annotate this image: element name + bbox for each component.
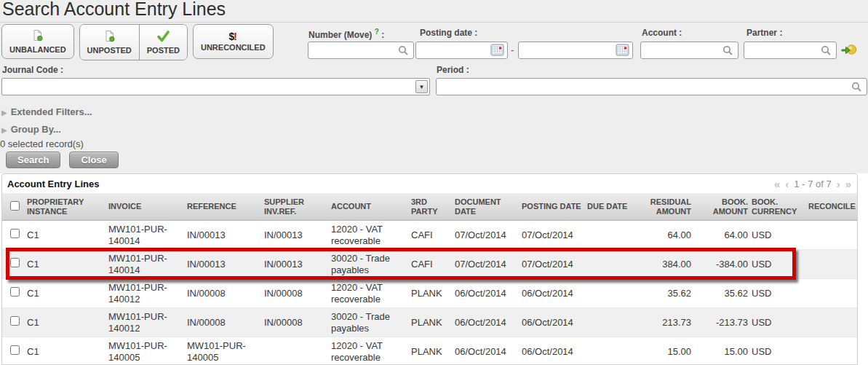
cell-document-date: 07/Oct/2014 (455, 257, 520, 272)
column-header[interactable]: POSTING DATE (522, 202, 586, 211)
column-header[interactable]: ACCOUNT (331, 202, 410, 211)
row-checkbox[interactable] (10, 258, 20, 267)
cell-supplier-inv-ref: IN/00008 (264, 315, 330, 330)
column-header[interactable]: PROPRIETARY INSTANCE (27, 197, 107, 216)
cell-3rd-party: PLANK (411, 345, 453, 359)
cell-3rd-party: CAFI (411, 257, 453, 272)
help-icon[interactable]: ? (375, 28, 379, 36)
triangle-right-icon: ▶ (1, 109, 7, 117)
cell-proprietary-instance: C1 (27, 286, 107, 301)
column-header[interactable]: DOCUMENT DATE (455, 197, 520, 216)
cell-posting-date: 06/Oct/2014 (522, 315, 586, 330)
table-row[interactable]: C1 MW101-PUR-140005 MW101-PUR-140005 120… (2, 337, 857, 365)
go-arrow-ball-icon[interactable] (840, 43, 857, 59)
search-icon[interactable] (851, 82, 862, 95)
column-header[interactable]: 3RD PARTY (411, 197, 453, 216)
pager-first-icon[interactable]: « (774, 178, 780, 189)
cell-due-date (587, 292, 632, 295)
search-icon[interactable] (398, 45, 409, 59)
row-checkbox[interactable] (10, 287, 20, 297)
posted-state-button-group: UNPOSTED POSTED (79, 24, 188, 60)
unposted-filter-button[interactable]: UNPOSTED (80, 25, 139, 60)
list-header: Account Entry Lines « ‹ 1 - 7 of 7 › » (2, 174, 857, 193)
list-title: Account Entry Lines (7, 178, 99, 189)
cell-book-amount: -213.73 (695, 315, 750, 330)
row-checkbox[interactable] (10, 345, 20, 355)
cell-proprietary-instance: C1 (27, 345, 107, 359)
action-buttons: Search Close (6, 152, 119, 168)
cell-reference: IN/00008 (187, 286, 263, 301)
extended-filters-toggle[interactable]: ▶Extended Filters... (1, 106, 92, 117)
dollar-red-exclaim-icon: $! (229, 31, 237, 42)
cell-reference: MW101-PUR-140005 (187, 339, 263, 365)
row-checkbox-cell (7, 286, 25, 301)
cell-book-amount: 64.00 (695, 228, 750, 243)
filter-button-label: UNPOSTED (87, 46, 132, 55)
cell-book-amount: 35.62 (695, 286, 750, 301)
row-checkbox-cell (7, 227, 25, 243)
cell-document-date: 07/Oct/2014 (455, 228, 520, 243)
column-header[interactable]: DUE DATE (587, 202, 632, 211)
filter-button-label: POSTED (147, 46, 180, 55)
triangle-right-icon: ▶ (1, 126, 7, 134)
cell-account: 12020 - VAT recoverable (331, 280, 410, 307)
cell-3rd-party: CAFI (411, 228, 453, 243)
cell-account: 30020 - Trade payables (331, 310, 410, 336)
posted-filter-button[interactable]: POSTED (139, 25, 187, 60)
row-checkbox[interactable] (10, 316, 20, 326)
calendar-icon[interactable] (490, 44, 504, 59)
cell-account: 12020 - VAT recoverable (331, 339, 410, 365)
search-icon[interactable] (722, 45, 733, 59)
search-icon[interactable] (821, 45, 832, 59)
select-all-checkbox[interactable] (10, 201, 20, 211)
column-header[interactable]: BOOK. CURRENCY (752, 197, 807, 216)
cell-proprietary-instance: C1 (27, 315, 107, 330)
cell-residual-amount: 213.73 (634, 315, 693, 330)
filter-button-row: UNBALANCED UNPOSTED POSTED $! UNRECONCIL… (1, 24, 274, 60)
green-check-icon (156, 31, 170, 45)
column-header[interactable]: REFERENCE (187, 202, 263, 211)
table-body: C1 MW101-PUR-140014 IN/00013 IN/00013 12… (2, 221, 857, 365)
cell-posting-date: 06/Oct/2014 (522, 345, 586, 359)
table-row[interactable]: C1 MW101-PUR-140014 IN/00013 IN/00013 30… (2, 250, 857, 279)
search-button[interactable]: Search (6, 152, 60, 168)
journal-code-select[interactable]: ▼ (1, 78, 430, 95)
row-checkbox[interactable] (10, 229, 20, 238)
column-header[interactable]: SUPPLIER INV.REF. (264, 197, 330, 216)
column-header[interactable]: RESIDUAL AMOUNT (634, 197, 693, 216)
table-row[interactable]: C1 MW101-PUR-140014 IN/00013 IN/00013 12… (2, 221, 857, 250)
cell-reconcile (808, 350, 858, 353)
cell-reference: IN/00008 (187, 315, 263, 330)
filter-button-label: UNBALANCED (9, 45, 66, 54)
cell-book-currency: USD (752, 257, 807, 272)
cell-supplier-inv-ref: IN/00013 (264, 228, 330, 243)
calendar-icon[interactable] (616, 44, 629, 59)
column-header[interactable]: RECONCILE (808, 202, 858, 211)
chevron-down-icon[interactable]: ▼ (415, 80, 428, 93)
unbalanced-filter-button[interactable]: UNBALANCED (1, 24, 74, 59)
pager: « ‹ 1 - 7 of 7 › » (774, 178, 851, 189)
unreconciled-filter-button[interactable]: $! UNRECONCILED (193, 24, 274, 59)
cell-proprietary-instance: C1 (27, 257, 107, 272)
table-row[interactable]: C1 MW101-PUR-140012 IN/00008 IN/00008 30… (2, 308, 857, 337)
group-by-toggle[interactable]: ▶Group By... (1, 124, 61, 135)
pager-next-icon[interactable]: › (837, 178, 840, 189)
cell-book-amount: 15.00 (695, 345, 750, 359)
column-header[interactable]: INVOICE (108, 202, 186, 211)
search-filter-panel: Search Account Entry Lines UNBALANCED UN… (0, 0, 868, 173)
cell-book-amount: -384.00 (695, 257, 750, 272)
cell-book-currency: USD (752, 345, 807, 359)
period-input[interactable] (436, 78, 867, 95)
pager-prev-icon[interactable]: ‹ (785, 178, 789, 189)
row-checkbox-cell (7, 344, 25, 359)
table-row[interactable]: C1 MW101-PUR-140012 IN/00008 IN/00008 12… (2, 279, 857, 308)
row-checkbox-cell (7, 315, 25, 330)
selected-records-count: 0 selected record(s) (0, 138, 84, 149)
document-green-dot-icon (103, 30, 116, 45)
close-button[interactable]: Close (69, 152, 118, 168)
cell-3rd-party: PLANK (411, 286, 453, 301)
cell-document-date: 06/Oct/2014 (455, 345, 520, 359)
pager-last-icon[interactable]: » (845, 178, 851, 189)
column-header[interactable]: BOOK. AMOUNT (695, 197, 750, 216)
cell-due-date (587, 263, 632, 266)
